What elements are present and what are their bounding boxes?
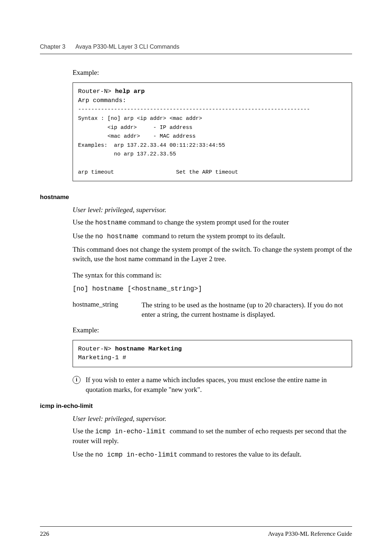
cli-command: hostname Marketing <box>115 345 182 352</box>
inline-code: no hostname <box>95 233 142 240</box>
paragraph: Use the no icmp in-echo-limit command to… <box>73 450 352 459</box>
example-label: Example: <box>73 326 352 334</box>
command-heading-icmp: icmp in-echo-limit <box>40 402 352 410</box>
command-heading-hostname: hostname <box>40 194 352 201</box>
paragraph: Use the no hostname command to return th… <box>73 231 352 241</box>
paragraph: This command does not change the system … <box>73 245 352 264</box>
separator: ----------------------------------------… <box>78 106 310 113</box>
note: i If you wish to enter a name which incl… <box>73 375 352 394</box>
cli-command: help arp <box>115 88 145 95</box>
info-icon: i <box>73 376 81 384</box>
user-level: User level: privileged, supervisor. <box>73 415 352 423</box>
code-block-hostname: Router-N> hostname Marketing Marketing-1… <box>73 340 352 367</box>
cli-output: Examples: arp 137.22.33.44 00:11:22:33:4… <box>78 142 225 149</box>
cli-output: Arp commands: <box>78 97 126 104</box>
inline-code: icmp in-echo-limit <box>95 428 170 435</box>
parameter-description: The string to be used as the hostname (u… <box>142 300 352 320</box>
cli-output: Syntax : [no] arp <ip addr> <mac addr> <box>78 116 202 122</box>
page-footer: 226 Avaya P330-ML Reference Guide <box>40 526 352 538</box>
cli-prompt: Router-N> <box>78 88 115 95</box>
cli-output: <mac addr> - MAC address <box>78 133 196 139</box>
paragraph: Use the icmp in-echo-limit command to se… <box>73 426 352 446</box>
doc-title: Avaya P330-ML Reference Guide <box>268 530 352 538</box>
chapter-header: Chapter 3 Avaya P330-ML Layer 3 CLI Comm… <box>40 44 352 54</box>
syntax-label: The syntax for this command is: <box>73 271 352 280</box>
inline-code: no icmp in-echo-limit <box>95 451 177 458</box>
cli-output: arp timeout Set the ARP timeout <box>78 169 238 175</box>
example-label: Example: <box>73 69 352 77</box>
chapter-title: Avaya P330-ML Layer 3 CLI Commands <box>75 44 179 50</box>
paragraph: Use the hostname command to change the s… <box>73 218 352 227</box>
user-level: User level: privileged, supervisor. <box>73 206 352 214</box>
chapter-number: Chapter 3 <box>40 44 65 50</box>
cli-prompt: Router-N> <box>78 345 115 352</box>
parameter-row: hostname_string The string to be used as… <box>73 300 352 320</box>
page-number: 226 <box>40 530 49 538</box>
parameter-name: hostname_string <box>73 300 142 320</box>
cli-output: <ip addr> - IP address <box>78 125 192 131</box>
cli-output: Marketing-1 # <box>78 354 126 361</box>
note-text: If you wish to enter a name which includ… <box>86 375 352 394</box>
syntax-code: [no] hostname [<hostname_string>] <box>73 284 352 294</box>
code-block-help-arp: Router-N> help arp Arp commands: -------… <box>73 82 352 181</box>
inline-code: hostname <box>95 219 126 226</box>
cli-output: no arp 137.22.33.55 <box>78 151 176 157</box>
